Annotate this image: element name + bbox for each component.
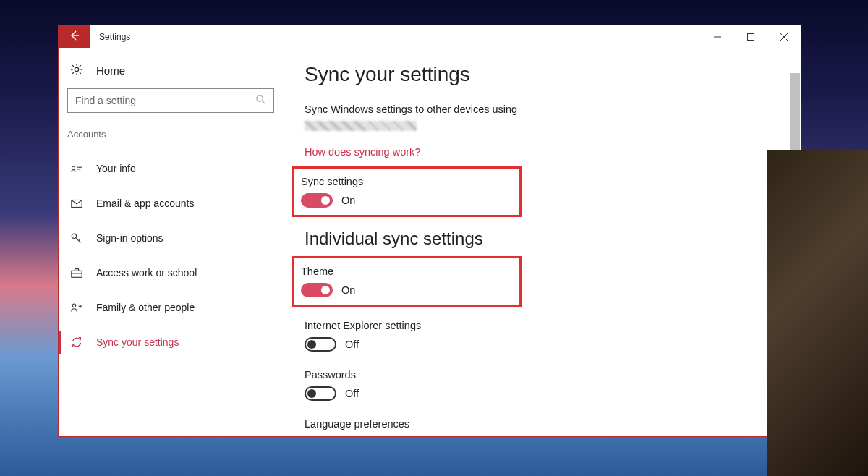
maximize-button[interactable] (734, 25, 767, 48)
window-title: Settings (90, 25, 701, 48)
page-heading: Sync your settings (305, 63, 801, 86)
theme-toggle[interactable] (301, 283, 333, 297)
sync-settings-state: On (341, 195, 355, 206)
sidebar-item-work-school[interactable]: Access work or school (67, 255, 274, 290)
svg-point-12 (72, 234, 76, 238)
svg-line-7 (262, 101, 265, 103)
scrollbar[interactable] (790, 73, 800, 435)
mail-icon (70, 197, 83, 210)
theme-state: On (341, 284, 355, 296)
sync-settings-label: Sync settings (301, 176, 512, 187)
settings-window: Settings Home (58, 25, 801, 437)
ie-label: Internet Explorer settings (305, 320, 522, 331)
passwords-label: Passwords (305, 369, 522, 381)
svg-line-13 (76, 238, 81, 243)
close-icon (780, 30, 788, 43)
svg-rect-15 (72, 271, 82, 277)
key-icon (70, 231, 83, 245)
close-button[interactable] (767, 25, 801, 48)
window-body: Home Accounts Your info Email & app (59, 48, 801, 436)
search-input[interactable] (75, 95, 255, 106)
passwords-state: Off (345, 388, 359, 399)
language-label: Language preferences (305, 418, 522, 430)
person-card-icon (70, 162, 83, 175)
theme-group: Theme On (292, 256, 522, 307)
sidebar-item-label: Sync your settings (96, 336, 179, 348)
minimize-button[interactable] (701, 25, 734, 48)
svg-point-6 (257, 95, 263, 101)
svg-point-5 (75, 67, 78, 71)
gear-icon (70, 63, 83, 78)
passwords-group: Passwords Off (305, 360, 522, 409)
search-icon (255, 94, 266, 108)
sync-icon (70, 336, 83, 349)
sidebar-item-signin[interactable]: Sign-in options (67, 221, 274, 255)
search-box[interactable] (67, 88, 274, 113)
minimize-icon (714, 30, 721, 43)
help-link[interactable]: How does syncing work? (305, 146, 420, 158)
sidebar-item-label: Email & app accounts (96, 197, 194, 209)
ie-state: Off (345, 339, 359, 350)
sidebar-item-label: Family & other people (96, 302, 195, 313)
sidebar: Home Accounts Your info Email & app (59, 48, 283, 436)
content-pane: Sync your settings Sync Windows settings… (283, 48, 801, 436)
svg-point-8 (72, 166, 75, 169)
briefcase-icon (70, 266, 83, 279)
scrollbar-thumb[interactable] (790, 73, 800, 333)
ie-toggle[interactable] (305, 337, 336, 352)
sync-settings-group: Sync settings On (292, 166, 522, 217)
account-redacted (305, 121, 417, 131)
svg-line-14 (79, 239, 80, 241)
sidebar-item-label: Access work or school (96, 267, 197, 279)
theme-label: Theme (301, 265, 512, 277)
individual-heading: Individual sync settings (305, 229, 801, 249)
titlebar: Settings (59, 25, 801, 48)
sidebar-item-your-info[interactable]: Your info (67, 151, 274, 186)
passwords-toggle[interactable] (305, 386, 336, 401)
maximize-icon (747, 30, 754, 43)
svg-rect-2 (748, 34, 754, 41)
sidebar-item-email[interactable]: Email & app accounts (67, 186, 274, 221)
sidebar-item-home[interactable]: Home (67, 56, 274, 88)
sidebar-item-family[interactable]: Family & other people (67, 290, 274, 325)
sidebar-category: Accounts (67, 129, 274, 151)
sidebar-item-sync[interactable]: Sync your settings (67, 325, 274, 360)
sync-settings-toggle[interactable] (301, 193, 333, 208)
back-button[interactable] (59, 25, 90, 48)
home-label: Home (96, 64, 125, 77)
page-description: Sync Windows settings to other devices u… (305, 102, 801, 118)
sidebar-item-label: Sign-in options (96, 232, 163, 244)
svg-point-17 (72, 304, 76, 307)
window-controls (701, 25, 801, 48)
language-group: Language preferences (305, 409, 522, 430)
ie-group: Internet Explorer settings Off (305, 311, 522, 360)
arrow-left-icon (69, 30, 80, 44)
people-icon (70, 301, 83, 314)
sidebar-item-label: Your info (96, 163, 136, 174)
